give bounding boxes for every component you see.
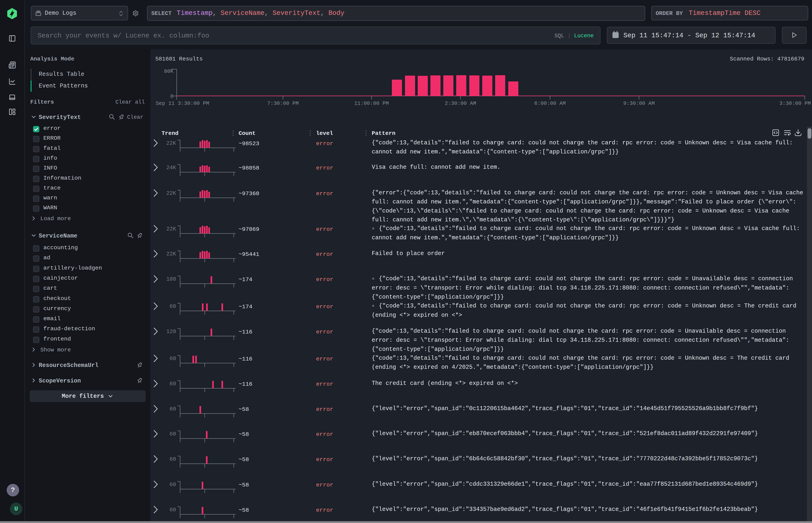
- svg-text:60: 60: [170, 456, 176, 462]
- svg-text:3:30:00 PM: 3:30:00 PM: [779, 101, 811, 106]
- svg-text:60: 60: [170, 303, 176, 309]
- svg-text:60: 60: [170, 356, 176, 362]
- svg-text:22K: 22K: [166, 140, 176, 146]
- svg-text:22K: 22K: [166, 251, 176, 257]
- svg-text:11:00:00 PM: 11:00:00 PM: [354, 101, 389, 106]
- svg-text:60: 60: [170, 431, 176, 437]
- svg-text:22K: 22K: [166, 226, 176, 232]
- svg-text:2:30:00 AM: 2:30:00 AM: [445, 101, 476, 106]
- svg-text:60: 60: [170, 406, 176, 412]
- svg-text:0: 0: [170, 93, 174, 100]
- svg-text:22K: 22K: [166, 190, 176, 196]
- svg-text:7:30:00 PM: 7:30:00 PM: [267, 101, 299, 106]
- svg-text:180: 180: [166, 276, 176, 282]
- svg-text:6:00:00 AM: 6:00:00 AM: [534, 101, 566, 106]
- svg-text:120: 120: [166, 329, 176, 335]
- svg-text:60: 60: [170, 507, 176, 513]
- svg-text:Sep 11 3:30:00 PM: Sep 11 3:30:00 PM: [156, 101, 209, 106]
- svg-text:24K: 24K: [166, 165, 176, 171]
- svg-text:60: 60: [170, 381, 176, 387]
- svg-text:9:30:00 AM: 9:30:00 AM: [623, 101, 655, 106]
- svg-text:60: 60: [170, 482, 176, 488]
